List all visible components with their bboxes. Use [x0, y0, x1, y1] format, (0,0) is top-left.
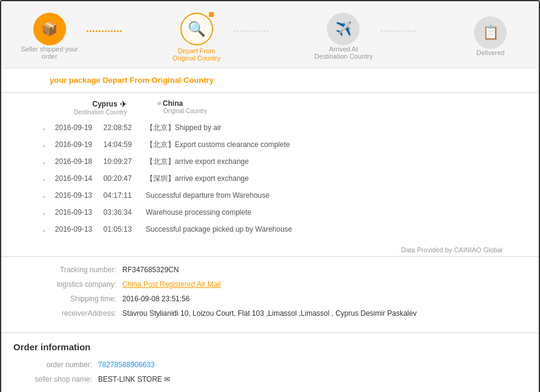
step3-label: Arrived At Destination Country — [313, 45, 374, 60]
logistics-row: logistics company: China Post Registered… — [38, 280, 502, 289]
row-date: 2016-09-18 — [50, 153, 99, 170]
progress-section: 📦 Seller shipped your order — [1, 1, 539, 68]
status-prefix: your package — [50, 76, 100, 85]
origin-bullet — [157, 102, 161, 105]
row-bullet: ● — [38, 153, 50, 170]
step2-icon-wrapper: 🔍 — [179, 11, 215, 47]
logistics-value[interactable]: China Post Registered Air Mail — [122, 280, 221, 289]
connector-dots-3 — [381, 30, 416, 32]
row-date: 2016-09-14 — [50, 170, 99, 187]
table-row: ● 2016-09-19 14:04:59 【北京】Export customs… — [38, 136, 502, 153]
logistics-label: logistics company: — [38, 280, 122, 289]
step-depart-country: 🔍 Depart From Original Country — [160, 11, 232, 62]
step2-label: Depart From Original Country — [166, 47, 227, 62]
step2-dot — [209, 12, 214, 17]
row-description: 【深圳】arrive export exchange — [141, 170, 502, 187]
row-time: 14:04:59 — [99, 136, 141, 153]
order-number-value[interactable]: 78278588906633 — [98, 361, 154, 369]
package-status-text: your package Depart From Original Countr… — [50, 76, 214, 85]
row-date: 2016-09-13 — [50, 204, 99, 221]
countries-row: Cyprus ✈ Destination Country China Origi… — [38, 99, 502, 116]
receiver-address-row: receiverAddress: Stavrou Stylianidi 10, … — [38, 309, 502, 318]
order-section-title: Order information — [13, 342, 527, 352]
data-provider: Data Provided by CAINIAO Global — [1, 244, 539, 256]
shipping-time-row: Shipping time: 2016-09-08 23:51:56 — [38, 295, 502, 303]
tracking-content: Cyprus ✈ Destination Country China Origi… — [1, 93, 539, 244]
order-number-row: order number: 78278588906633 — [13, 361, 527, 369]
destination-country-label: Destination Country — [74, 109, 127, 116]
step4-icon: 📋 — [474, 16, 507, 49]
destination-country-row: Cyprus ✈ — [74, 99, 127, 109]
table-row: ● 2016-09-13 01:05:13 Successful package… — [38, 221, 502, 238]
tracking-number-label: Tracking number: — [38, 266, 122, 274]
origin-block: China Original Country — [157, 99, 207, 116]
row-date: 2016-09-13 — [50, 221, 99, 238]
row-description: Warehouse processing complete — [141, 204, 502, 221]
connector-dots-2 — [234, 30, 269, 32]
table-row: ● 2016-09-14 00:20:47 【深圳】arrive export … — [38, 170, 502, 187]
step1-label: Seller shipped your order — [19, 45, 80, 60]
row-time: 10:09:27 — [99, 153, 141, 170]
seller-shop-value: BEST-LINK STORE ✉ — [98, 375, 170, 384]
connector-1 — [85, 30, 160, 32]
row-bullet: ● — [38, 119, 50, 136]
row-description: 【北京】Export customs clearance complete — [141, 136, 502, 153]
tracking-number-row: Tracking number: RF347685329CN — [38, 266, 502, 274]
step1-icon: 📦 — [33, 13, 66, 45]
plane-icon: ✈ — [120, 99, 127, 109]
step3-icon: ✈️ — [327, 13, 360, 45]
receiver-address-value: Stavrou Stylianidi 10, Loizou Court, Fla… — [122, 309, 417, 318]
row-date: 2016-09-19 — [50, 119, 99, 136]
seller-shop-row: seller shop name: BEST-LINK STORE ✉ — [13, 375, 527, 384]
row-time: 01:05:13 — [99, 221, 141, 238]
connector-3 — [380, 30, 454, 32]
origin-country-row: China — [157, 99, 207, 108]
step-delivered: 📋 Delivered — [455, 16, 527, 56]
destination-block: Cyprus ✈ Destination Country — [74, 99, 127, 116]
row-date: 2016-09-19 — [50, 136, 99, 153]
origin-country-label: Original Country — [157, 108, 207, 114]
step-arrived-dest: ✈️ Arrived At Destination Country — [308, 13, 380, 60]
row-time: 04:17:11 — [99, 187, 141, 204]
package-status-bar: your package Depart From Original Countr… — [1, 68, 539, 93]
step2-icon: 🔍 — [180, 13, 213, 45]
row-bullet: ● — [38, 170, 50, 187]
row-description: 【北京】Shipped by air — [141, 119, 502, 136]
row-description: 【北京】arrive export exchange — [141, 153, 502, 170]
step-seller-shipped: 📦 Seller shipped your order — [13, 13, 85, 60]
row-bullet: ● — [38, 204, 50, 221]
order-number-label: order number: — [13, 361, 98, 369]
connector-2 — [232, 30, 307, 32]
origin-country-value: China — [163, 99, 183, 108]
details-section: Tracking number: RF347685329CN logistics… — [1, 257, 539, 333]
table-row: ● 2016-09-18 10:09:27 【北京】arrive export … — [38, 153, 502, 170]
table-row: ● 2016-09-13 04:17:11 Successful departu… — [38, 187, 502, 204]
row-date: 2016-09-13 — [50, 187, 99, 204]
tracking-table: ● 2016-09-19 22:08:52 【北京】Shipped by air… — [38, 119, 502, 238]
row-description: Successful package picked up by Warehous… — [141, 221, 502, 238]
receiver-address-label: receiverAddress: — [38, 309, 122, 318]
row-time: 00:20:47 — [99, 170, 141, 187]
row-time: 03:36:34 — [99, 204, 141, 221]
order-section: Order information order number: 78278588… — [1, 333, 539, 392]
status-value: Depart From Original Country — [102, 76, 213, 85]
row-time: 22:08:52 — [99, 119, 141, 136]
step4-label: Delivered — [476, 49, 504, 56]
progress-steps: 📦 Seller shipped your order — [13, 11, 527, 62]
table-row: ● 2016-09-19 22:08:52 【北京】Shipped by air — [38, 119, 502, 136]
row-bullet: ● — [38, 187, 50, 204]
row-bullet: ● — [38, 221, 50, 238]
shipping-time-label: Shipping time: — [38, 295, 122, 303]
tracking-number-value: RF347685329CN — [122, 266, 179, 274]
main-window: 📦 Seller shipped your order — [0, 0, 540, 392]
connector-dots-1 — [87, 30, 122, 32]
row-bullet: ● — [38, 136, 50, 153]
seller-shop-label: seller shop name: — [13, 375, 98, 384]
shipping-time-value: 2016-09-08 23:51:56 — [122, 295, 189, 303]
table-row: ● 2016-09-13 03:36:34 Warehouse processi… — [38, 204, 502, 221]
row-description: Successful departure from Warehouse — [141, 187, 502, 204]
destination-country-value: Cyprus — [92, 100, 117, 108]
